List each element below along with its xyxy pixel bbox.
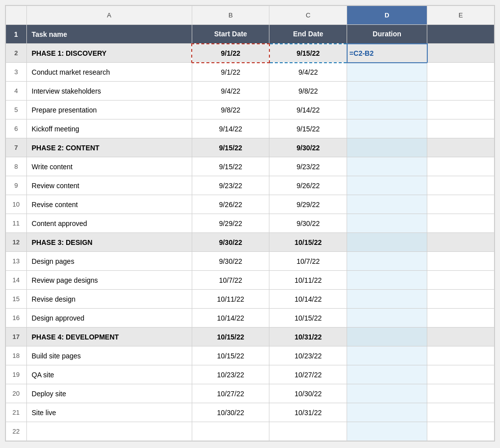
row-num-16: 16 <box>6 309 27 328</box>
task-name-11[interactable]: Content approved <box>26 214 192 233</box>
task-name-21[interactable]: Site live <box>26 403 192 422</box>
start-date-5[interactable]: 9/8/22 <box>192 101 269 119</box>
end-date-18[interactable]: 10/23/22 <box>269 346 347 365</box>
start-date-2[interactable]: 9/1/22 <box>192 44 269 63</box>
duration-8[interactable] <box>347 157 427 176</box>
start-date-4[interactable]: 9/4/22 <box>192 82 269 101</box>
duration-18[interactable] <box>347 346 427 365</box>
task-name-17[interactable]: PHASE 4: DEVELOPMENT <box>26 328 192 346</box>
task-name-8[interactable]: Write content <box>26 157 192 176</box>
task-name-7[interactable]: PHASE 2: CONTENT <box>26 138 192 157</box>
start-date-8[interactable]: 9/15/22 <box>192 157 269 176</box>
task-name-22[interactable] <box>26 422 192 441</box>
end-date-3[interactable]: 9/4/22 <box>269 63 347 82</box>
row-num-10: 10 <box>6 195 27 214</box>
task-name-16[interactable]: Design approved <box>26 309 192 328</box>
duration-14[interactable] <box>347 271 427 290</box>
end-date-19[interactable]: 10/27/22 <box>269 365 347 384</box>
col-e-21 <box>427 403 495 422</box>
start-date-22[interactable] <box>192 422 269 441</box>
duration-21[interactable] <box>347 403 427 422</box>
col-d-header[interactable]: D <box>347 6 427 25</box>
duration-7[interactable] <box>347 138 427 157</box>
end-date-20[interactable]: 10/30/22 <box>269 384 347 403</box>
end-date-8[interactable]: 9/23/22 <box>269 157 347 176</box>
end-date-14[interactable]: 10/11/22 <box>269 271 347 290</box>
end-date-9[interactable]: 9/26/22 <box>269 176 347 195</box>
duration-10[interactable] <box>347 195 427 214</box>
start-date-6[interactable]: 9/14/22 <box>192 119 269 138</box>
duration-17[interactable] <box>347 328 427 346</box>
duration-11[interactable] <box>347 214 427 233</box>
duration-2[interactable]: =C2-B2 <box>347 44 427 63</box>
start-date-11[interactable]: 9/29/22 <box>192 214 269 233</box>
col-e-19 <box>427 365 495 384</box>
row-num-3: 3 <box>6 63 27 82</box>
duration-3[interactable] <box>347 63 427 82</box>
row-num-17: 17 <box>6 328 27 346</box>
duration-4[interactable] <box>347 82 427 101</box>
end-date-11[interactable]: 9/30/22 <box>269 214 347 233</box>
duration-16[interactable] <box>347 309 427 328</box>
end-date-21[interactable]: 10/31/22 <box>269 403 347 422</box>
end-date-10[interactable]: 9/29/22 <box>269 195 347 214</box>
duration-20[interactable] <box>347 384 427 403</box>
end-date-22[interactable] <box>269 422 347 441</box>
start-date-18[interactable]: 10/15/22 <box>192 346 269 365</box>
duration-5[interactable] <box>347 101 427 119</box>
duration-13[interactable] <box>347 252 427 271</box>
task-name-13[interactable]: Design pages <box>26 252 192 271</box>
task-name-14[interactable]: Review page designs <box>26 271 192 290</box>
duration-9[interactable] <box>347 176 427 195</box>
end-date-7[interactable]: 9/30/22 <box>269 138 347 157</box>
task-name-20[interactable]: Deploy site <box>26 384 192 403</box>
end-date-12[interactable]: 10/15/22 <box>269 233 347 252</box>
end-date-6[interactable]: 9/15/22 <box>269 119 347 138</box>
task-name-15[interactable]: Revise design <box>26 290 192 309</box>
task-name-19[interactable]: QA site <box>26 365 192 384</box>
start-date-10[interactable]: 9/26/22 <box>192 195 269 214</box>
end-date-17[interactable]: 10/31/22 <box>269 328 347 346</box>
duration-12[interactable] <box>347 233 427 252</box>
phase-row: 17PHASE 4: DEVELOPMENT10/15/2210/31/22 <box>6 328 495 346</box>
col-a-header[interactable]: A <box>26 6 192 25</box>
end-date-5[interactable]: 9/14/22 <box>269 101 347 119</box>
data-row: 11Content approved9/29/229/30/22 <box>6 214 495 233</box>
start-date-17[interactable]: 10/15/22 <box>192 328 269 346</box>
duration-6[interactable] <box>347 119 427 138</box>
col-e-header[interactable]: E <box>427 6 495 25</box>
start-date-12[interactable]: 9/30/22 <box>192 233 269 252</box>
end-date-2[interactable]: 9/15/22 <box>269 44 347 63</box>
col-c-header[interactable]: C <box>269 6 347 25</box>
duration-22[interactable] <box>347 422 427 441</box>
task-name-10[interactable]: Revise content <box>26 195 192 214</box>
task-name-4[interactable]: Interview stakeholders <box>26 82 192 101</box>
task-name-2[interactable]: PHASE 1: DISCOVERY <box>26 44 192 63</box>
start-date-13[interactable]: 9/30/22 <box>192 252 269 271</box>
task-name-5[interactable]: Prepare presentation <box>26 101 192 119</box>
col-b-header[interactable]: B <box>192 6 269 25</box>
duration-15[interactable] <box>347 290 427 309</box>
task-name-9[interactable]: Review content <box>26 176 192 195</box>
start-date-7[interactable]: 9/15/22 <box>192 138 269 157</box>
end-date-15[interactable]: 10/14/22 <box>269 290 347 309</box>
task-name-6[interactable]: Kickoff meeting <box>26 119 192 138</box>
corner-cell <box>6 6 27 25</box>
start-date-15[interactable]: 10/11/22 <box>192 290 269 309</box>
task-name-18[interactable]: Build site pages <box>26 346 192 365</box>
start-date-14[interactable]: 10/7/22 <box>192 271 269 290</box>
end-date-13[interactable]: 10/7/22 <box>269 252 347 271</box>
start-date-16[interactable]: 10/14/22 <box>192 309 269 328</box>
data-row: 22 <box>6 422 495 441</box>
end-date-4[interactable]: 9/8/22 <box>269 82 347 101</box>
task-name-3[interactable]: Conduct market research <box>26 63 192 82</box>
start-date-19[interactable]: 10/23/22 <box>192 365 269 384</box>
start-date-21[interactable]: 10/30/22 <box>192 403 269 422</box>
task-name-12[interactable]: PHASE 3: DESIGN <box>26 233 192 252</box>
start-date-9[interactable]: 9/23/22 <box>192 176 269 195</box>
start-date-3[interactable]: 9/1/22 <box>192 63 269 82</box>
start-date-20[interactable]: 10/27/22 <box>192 384 269 403</box>
row-num-19: 19 <box>6 365 27 384</box>
duration-19[interactable] <box>347 365 427 384</box>
end-date-16[interactable]: 10/15/22 <box>269 309 347 328</box>
